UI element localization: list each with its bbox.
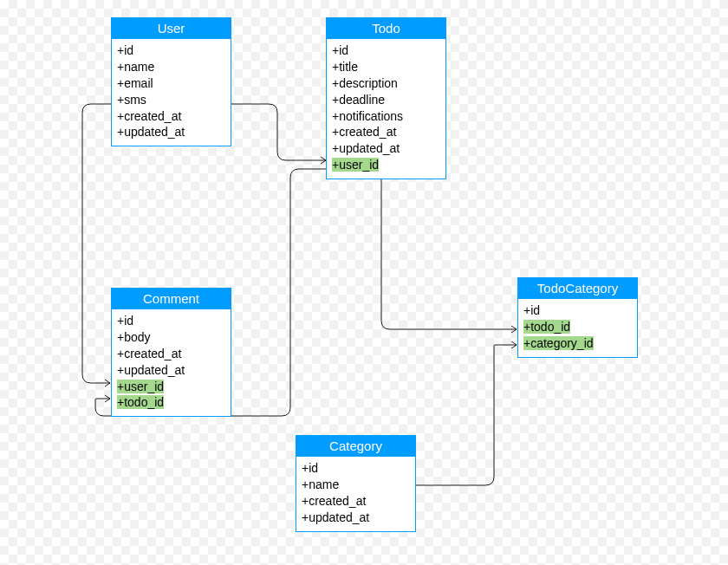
entity-user-title: User xyxy=(112,18,231,39)
entity-todo-body: +id+title+description+deadline+notificat… xyxy=(327,39,445,179)
foreign-key: +user_id xyxy=(332,158,379,172)
attribute-row: +created_at xyxy=(302,493,410,510)
attribute-row: +sms xyxy=(117,92,225,108)
attribute-row: +id xyxy=(523,302,632,319)
attribute-row: +name xyxy=(117,59,225,75)
attribute-row: +category_id xyxy=(523,335,632,352)
entity-todo: Todo +id+title+description+deadline+noti… xyxy=(326,17,446,179)
attribute-row: +notifications xyxy=(332,108,440,125)
attribute-row: +updated_at xyxy=(117,362,225,379)
attribute-row: +id xyxy=(302,460,410,477)
attribute-row: +id xyxy=(117,42,225,59)
attribute-row: +created_at xyxy=(117,346,225,362)
entity-comment: Comment +id+body+created_at+updated_at+u… xyxy=(111,288,231,417)
foreign-key: +todo_id xyxy=(523,320,570,334)
entity-user-body: +id+name+email+sms+created_at+updated_at xyxy=(112,39,231,146)
attribute-row: +id xyxy=(117,313,225,329)
attribute-row: +body xyxy=(117,329,225,346)
foreign-key: +user_id xyxy=(117,380,164,393)
attribute-row: +todo_id xyxy=(117,394,225,411)
entity-category: Category +id+name+created_at+updated_at xyxy=(296,435,416,532)
attribute-row: +deadline xyxy=(332,92,440,108)
attribute-row: +email xyxy=(117,75,225,92)
entity-todo-title: Todo xyxy=(327,18,445,39)
attribute-row: +user_id xyxy=(117,379,225,395)
entity-comment-body: +id+body+created_at+updated_at+user_id+t… xyxy=(112,309,231,416)
entity-todocategory: TodoCategory +id+todo_id+category_id xyxy=(517,277,638,358)
attribute-row: +created_at xyxy=(117,108,225,125)
entity-todocategory-body: +id+todo_id+category_id xyxy=(518,299,637,357)
entity-user: User +id+name+email+sms+created_at+updat… xyxy=(111,17,231,146)
attribute-row: +name xyxy=(302,477,410,493)
entity-comment-title: Comment xyxy=(112,289,231,309)
attribute-row: +title xyxy=(332,59,440,75)
attribute-row: +description xyxy=(332,75,440,92)
attribute-row: +todo_id xyxy=(523,319,632,335)
foreign-key: +todo_id xyxy=(117,395,164,409)
attribute-row: +updated_at xyxy=(332,140,440,157)
attribute-row: +updated_at xyxy=(302,510,410,526)
entity-category-title: Category xyxy=(296,436,415,457)
entity-category-body: +id+name+created_at+updated_at xyxy=(296,457,415,531)
foreign-key: +category_id xyxy=(523,336,594,350)
entity-todocategory-title: TodoCategory xyxy=(518,278,637,299)
attribute-row: +created_at xyxy=(332,124,440,140)
attribute-row: +user_id xyxy=(332,157,440,173)
attribute-row: +updated_at xyxy=(117,124,225,140)
attribute-row: +id xyxy=(332,42,440,59)
